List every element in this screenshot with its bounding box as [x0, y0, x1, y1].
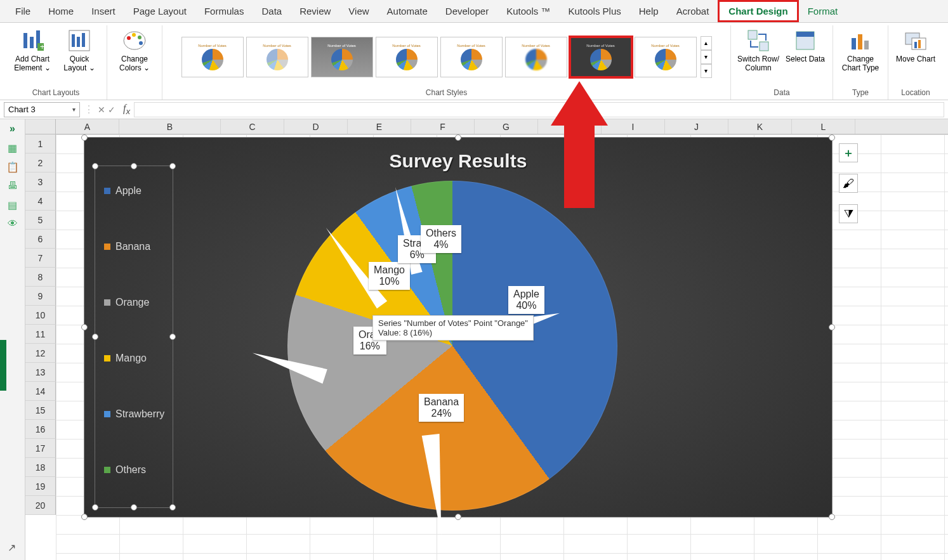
- row-header[interactable]: 18: [25, 458, 56, 477]
- grid[interactable]: A B C D E F G H I J K L 1 2 3 4 5 6 7 8 …: [25, 119, 948, 560]
- legend-item-apple[interactable]: Apple: [104, 185, 142, 197]
- chart-style-7-selected[interactable]: Number of Votes: [570, 37, 632, 77]
- chart-style-1[interactable]: Number of Votes: [181, 37, 244, 77]
- row-header[interactable]: 15: [25, 401, 56, 420]
- row-header[interactable]: 5: [25, 211, 56, 230]
- resize-handle[interactable]: [81, 134, 88, 141]
- tool-icon-3[interactable]: 🖶: [6, 180, 19, 192]
- col-header[interactable]: L: [792, 119, 855, 134]
- row-header[interactable]: 14: [25, 382, 56, 401]
- switch-row-column-button[interactable]: Switch Row/ Column: [735, 25, 782, 75]
- col-header[interactable]: F: [411, 119, 475, 134]
- change-colors-button[interactable]: Change Colors ⌄: [111, 25, 158, 75]
- tab-view[interactable]: View: [339, 2, 378, 20]
- row-header[interactable]: 1: [25, 134, 56, 153]
- resize-handle[interactable]: [169, 504, 176, 511]
- gallery-scroll-down[interactable]: ▾: [701, 50, 712, 64]
- resize-handle[interactable]: [92, 334, 98, 340]
- popout-icon[interactable]: ↗: [8, 542, 16, 554]
- row-header[interactable]: 17: [25, 439, 56, 458]
- row-header[interactable]: 2: [25, 153, 56, 173]
- select-all-corner[interactable]: [25, 119, 56, 134]
- resize-handle[interactable]: [92, 504, 98, 511]
- pane-collapse-handle[interactable]: [0, 340, 6, 391]
- quick-layout-button[interactable]: Quick Layout ⌄: [56, 25, 103, 75]
- data-label-banana[interactable]: Banana 24%: [419, 394, 464, 422]
- row-header[interactable]: 9: [25, 287, 56, 306]
- col-header[interactable]: D: [284, 119, 348, 134]
- resize-handle[interactable]: [131, 504, 137, 511]
- row-header[interactable]: 19: [25, 477, 56, 496]
- tab-file[interactable]: File: [6, 2, 39, 20]
- chart-style-4[interactable]: Number of Votes: [376, 37, 438, 77]
- resize-handle[interactable]: [92, 163, 98, 169]
- data-label-mango[interactable]: Mango 10%: [369, 262, 410, 290]
- tab-formulas[interactable]: Formulas: [195, 2, 253, 20]
- col-header[interactable]: A: [56, 119, 119, 134]
- chart-title[interactable]: Survey Results: [84, 138, 832, 172]
- chart-elements-button[interactable]: ＋: [839, 143, 858, 162]
- row-header[interactable]: 8: [25, 268, 56, 287]
- chart-legend[interactable]: Apple Banana Orange Mango Strawberry Oth…: [95, 166, 173, 508]
- data-label-apple[interactable]: Apple 40%: [508, 286, 544, 314]
- chart-styles-button[interactable]: 🖌: [839, 174, 858, 193]
- chart-style-2[interactable]: Number of Votes: [246, 37, 308, 77]
- row-header[interactable]: 10: [25, 306, 56, 325]
- row-header[interactable]: 13: [25, 363, 56, 382]
- col-header[interactable]: K: [728, 119, 792, 134]
- tool-icon-5[interactable]: 👁: [6, 218, 19, 230]
- change-chart-type-button[interactable]: Change Chart Type: [837, 25, 884, 75]
- tab-data[interactable]: Data: [253, 2, 291, 20]
- tab-format[interactable]: Format: [799, 2, 847, 20]
- legend-item-banana[interactable]: Banana: [104, 241, 150, 252]
- col-header[interactable]: G: [475, 119, 538, 134]
- col-header[interactable]: J: [665, 119, 728, 134]
- select-data-button[interactable]: Select Data: [782, 25, 829, 66]
- expand-pane-icon[interactable]: »: [6, 123, 19, 134]
- row-header[interactable]: 20: [25, 496, 56, 515]
- tab-kutools[interactable]: Kutools ™: [497, 2, 559, 20]
- add-chart-element-button[interactable]: + Add Chart Element ⌄: [9, 25, 56, 75]
- row-header[interactable]: 3: [25, 173, 56, 192]
- tool-icon-1[interactable]: ▦: [6, 142, 19, 153]
- tab-help[interactable]: Help: [630, 2, 668, 20]
- resize-handle[interactable]: [169, 334, 176, 340]
- move-chart-button[interactable]: Move Chart: [892, 25, 939, 66]
- tab-developer[interactable]: Developer: [437, 2, 497, 20]
- fx-icon[interactable]: fx: [119, 103, 134, 116]
- resize-handle[interactable]: [455, 514, 461, 520]
- name-box-dropdown-icon[interactable]: ▾: [72, 106, 76, 113]
- name-box[interactable]: Chart 3 ▾: [4, 102, 80, 117]
- resize-handle[interactable]: [81, 324, 88, 330]
- chart-object[interactable]: Survey Results Apple Banana Orange Mango…: [84, 137, 833, 518]
- formula-input[interactable]: [134, 102, 944, 117]
- data-label-others[interactable]: Others 4%: [421, 225, 461, 253]
- col-header[interactable]: I: [602, 119, 665, 134]
- resize-handle[interactable]: [131, 163, 137, 169]
- resize-handle[interactable]: [829, 324, 835, 330]
- tab-kutools-plus[interactable]: Kutools Plus: [559, 2, 629, 20]
- chart-style-6[interactable]: Number of Votes: [505, 37, 567, 77]
- legend-item-strawberry[interactable]: Strawberry: [104, 408, 164, 420]
- tool-icon-2[interactable]: 📋: [6, 161, 19, 173]
- row-header[interactable]: 12: [25, 344, 56, 363]
- legend-item-orange[interactable]: Orange: [104, 297, 149, 308]
- col-header[interactable]: C: [221, 119, 284, 134]
- accept-formula-icon[interactable]: ✓: [108, 105, 115, 115]
- col-header[interactable]: B: [119, 119, 221, 134]
- chart-style-3[interactable]: Number of Votes: [311, 37, 373, 77]
- resize-handle[interactable]: [455, 134, 461, 141]
- row-header[interactable]: 6: [25, 230, 56, 249]
- tab-home[interactable]: Home: [39, 2, 82, 20]
- resize-handle[interactable]: [829, 514, 835, 520]
- tab-acrobat[interactable]: Acrobat: [668, 2, 718, 20]
- row-header[interactable]: 16: [25, 420, 56, 439]
- row-header[interactable]: 7: [25, 249, 56, 268]
- gallery-scroll-up[interactable]: ▴: [701, 36, 712, 50]
- col-header[interactable]: E: [348, 119, 411, 134]
- resize-handle[interactable]: [81, 514, 88, 520]
- resize-handle[interactable]: [829, 134, 835, 141]
- chart-style-5[interactable]: Number of Votes: [440, 37, 503, 77]
- legend-item-mango[interactable]: Mango: [104, 353, 147, 364]
- tab-insert[interactable]: Insert: [82, 2, 124, 20]
